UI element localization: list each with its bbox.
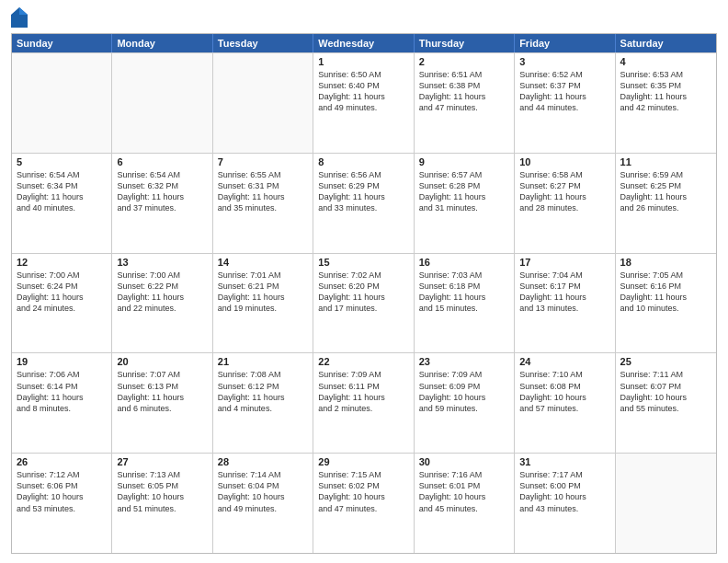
calendar-header: SundayMondayTuesdayWednesdayThursdayFrid…	[12, 34, 716, 52]
day-number: 2	[419, 56, 509, 67]
week-row-5: 26Sunrise: 7:12 AM Sunset: 6:06 PM Dayli…	[12, 453, 716, 553]
week-row-1: 1Sunrise: 6:50 AM Sunset: 6:40 PM Daylig…	[12, 52, 716, 153]
day-info: Sunrise: 7:05 AM Sunset: 6:16 PM Dayligh…	[620, 270, 711, 315]
day-number: 1	[318, 56, 408, 67]
header	[11, 9, 717, 28]
day-number: 26	[17, 456, 107, 467]
day-info: Sunrise: 7:13 AM Sunset: 6:05 PM Dayligh…	[117, 469, 207, 514]
week-row-4: 19Sunrise: 7:06 AM Sunset: 6:14 PM Dayli…	[12, 352, 716, 453]
day-info: Sunrise: 7:06 AM Sunset: 6:14 PM Dayligh…	[17, 369, 107, 414]
day-cell-18: 18Sunrise: 7:05 AM Sunset: 6:16 PM Dayli…	[616, 254, 716, 353]
day-cell-16: 16Sunrise: 7:03 AM Sunset: 6:18 PM Dayli…	[415, 254, 515, 353]
day-info: Sunrise: 7:03 AM Sunset: 6:18 PM Dayligh…	[419, 270, 509, 315]
header-day-thursday: Thursday	[415, 34, 515, 52]
day-info: Sunrise: 7:08 AM Sunset: 6:12 PM Dayligh…	[218, 369, 308, 414]
day-info: Sunrise: 7:10 AM Sunset: 6:08 PM Dayligh…	[519, 369, 609, 414]
day-cell-20: 20Sunrise: 7:07 AM Sunset: 6:13 PM Dayli…	[112, 353, 212, 453]
calendar-body: 1Sunrise: 6:50 AM Sunset: 6:40 PM Daylig…	[12, 52, 716, 553]
day-info: Sunrise: 6:55 AM Sunset: 6:31 PM Dayligh…	[218, 169, 308, 214]
empty-cell	[12, 53, 112, 153]
day-cell-12: 12Sunrise: 7:00 AM Sunset: 6:24 PM Dayli…	[12, 254, 112, 353]
day-info: Sunrise: 7:17 AM Sunset: 6:00 PM Dayligh…	[519, 469, 609, 514]
day-info: Sunrise: 7:02 AM Sunset: 6:20 PM Dayligh…	[318, 270, 408, 315]
day-cell-23: 23Sunrise: 7:09 AM Sunset: 6:09 PM Dayli…	[415, 353, 515, 453]
day-number: 4	[620, 56, 711, 67]
day-number: 23	[419, 356, 509, 367]
day-info: Sunrise: 6:58 AM Sunset: 6:27 PM Dayligh…	[519, 169, 609, 214]
day-info: Sunrise: 6:54 AM Sunset: 6:32 PM Dayligh…	[117, 169, 207, 214]
day-number: 16	[419, 257, 509, 268]
logo-icon	[11, 7, 28, 28]
day-cell-14: 14Sunrise: 7:01 AM Sunset: 6:21 PM Dayli…	[213, 254, 313, 353]
day-info: Sunrise: 6:52 AM Sunset: 6:37 PM Dayligh…	[519, 69, 609, 114]
day-number: 30	[419, 456, 509, 467]
day-cell-10: 10Sunrise: 6:58 AM Sunset: 6:27 PM Dayli…	[515, 154, 615, 253]
day-number: 29	[318, 456, 408, 467]
day-info: Sunrise: 6:51 AM Sunset: 6:38 PM Dayligh…	[419, 69, 509, 114]
day-number: 8	[318, 156, 408, 167]
day-number: 24	[519, 356, 609, 367]
header-day-tuesday: Tuesday	[213, 34, 313, 52]
day-number: 28	[218, 456, 308, 467]
day-info: Sunrise: 7:04 AM Sunset: 6:17 PM Dayligh…	[519, 270, 609, 315]
day-number: 13	[117, 257, 207, 268]
day-info: Sunrise: 6:57 AM Sunset: 6:28 PM Dayligh…	[419, 169, 509, 214]
day-cell-31: 31Sunrise: 7:17 AM Sunset: 6:00 PM Dayli…	[515, 454, 615, 553]
day-number: 15	[318, 257, 408, 268]
header-day-saturday: Saturday	[616, 34, 716, 52]
header-day-monday: Monday	[112, 34, 212, 52]
day-info: Sunrise: 6:53 AM Sunset: 6:35 PM Dayligh…	[620, 69, 711, 114]
day-cell-30: 30Sunrise: 7:16 AM Sunset: 6:01 PM Dayli…	[415, 454, 515, 553]
calendar: SundayMondayTuesdayWednesdayThursdayFrid…	[11, 33, 717, 554]
day-cell-21: 21Sunrise: 7:08 AM Sunset: 6:12 PM Dayli…	[213, 353, 313, 453]
day-info: Sunrise: 7:14 AM Sunset: 6:04 PM Dayligh…	[218, 469, 308, 514]
day-cell-7: 7Sunrise: 6:55 AM Sunset: 6:31 PM Daylig…	[213, 154, 313, 253]
day-info: Sunrise: 7:09 AM Sunset: 6:09 PM Dayligh…	[419, 369, 509, 414]
day-number: 31	[519, 456, 609, 467]
day-cell-13: 13Sunrise: 7:00 AM Sunset: 6:22 PM Dayli…	[112, 254, 212, 353]
day-cell-24: 24Sunrise: 7:10 AM Sunset: 6:08 PM Dayli…	[515, 353, 615, 453]
day-cell-27: 27Sunrise: 7:13 AM Sunset: 6:05 PM Dayli…	[112, 454, 212, 553]
day-number: 27	[117, 456, 207, 467]
day-cell-6: 6Sunrise: 6:54 AM Sunset: 6:32 PM Daylig…	[112, 154, 212, 253]
empty-cell	[616, 454, 716, 553]
day-info: Sunrise: 7:16 AM Sunset: 6:01 PM Dayligh…	[419, 469, 509, 514]
day-cell-8: 8Sunrise: 6:56 AM Sunset: 6:29 PM Daylig…	[313, 154, 414, 253]
day-number: 21	[218, 356, 308, 367]
day-info: Sunrise: 7:00 AM Sunset: 6:24 PM Dayligh…	[17, 270, 107, 315]
day-info: Sunrise: 7:12 AM Sunset: 6:06 PM Dayligh…	[17, 469, 107, 514]
header-day-friday: Friday	[515, 34, 615, 52]
empty-cell	[112, 53, 212, 153]
day-cell-4: 4Sunrise: 6:53 AM Sunset: 6:35 PM Daylig…	[616, 53, 716, 153]
day-number: 20	[117, 356, 207, 367]
day-number: 19	[17, 356, 107, 367]
day-info: Sunrise: 7:00 AM Sunset: 6:22 PM Dayligh…	[117, 270, 207, 315]
day-number: 12	[17, 257, 107, 268]
day-info: Sunrise: 6:56 AM Sunset: 6:29 PM Dayligh…	[318, 169, 408, 214]
day-info: Sunrise: 7:09 AM Sunset: 6:11 PM Dayligh…	[318, 369, 408, 414]
day-cell-1: 1Sunrise: 6:50 AM Sunset: 6:40 PM Daylig…	[313, 53, 414, 153]
day-cell-28: 28Sunrise: 7:14 AM Sunset: 6:04 PM Dayli…	[213, 454, 313, 553]
header-day-sunday: Sunday	[12, 34, 112, 52]
week-row-3: 12Sunrise: 7:00 AM Sunset: 6:24 PM Dayli…	[12, 253, 716, 353]
svg-marker-1	[19, 7, 28, 15]
day-cell-5: 5Sunrise: 6:54 AM Sunset: 6:34 PM Daylig…	[12, 154, 112, 253]
header-day-wednesday: Wednesday	[313, 34, 414, 52]
day-number: 25	[620, 356, 711, 367]
day-cell-19: 19Sunrise: 7:06 AM Sunset: 6:14 PM Dayli…	[12, 353, 112, 453]
day-number: 7	[218, 156, 308, 167]
day-cell-26: 26Sunrise: 7:12 AM Sunset: 6:06 PM Dayli…	[12, 454, 112, 553]
day-number: 14	[218, 257, 308, 268]
day-cell-11: 11Sunrise: 6:59 AM Sunset: 6:25 PM Dayli…	[616, 154, 716, 253]
day-info: Sunrise: 6:59 AM Sunset: 6:25 PM Dayligh…	[620, 169, 711, 214]
day-number: 3	[519, 56, 609, 67]
day-number: 10	[519, 156, 609, 167]
day-cell-15: 15Sunrise: 7:02 AM Sunset: 6:20 PM Dayli…	[313, 254, 414, 353]
day-info: Sunrise: 7:11 AM Sunset: 6:07 PM Dayligh…	[620, 369, 711, 414]
day-number: 22	[318, 356, 408, 367]
day-info: Sunrise: 7:01 AM Sunset: 6:21 PM Dayligh…	[218, 270, 308, 315]
day-info: Sunrise: 7:07 AM Sunset: 6:13 PM Dayligh…	[117, 369, 207, 414]
logo	[11, 9, 29, 28]
day-number: 6	[117, 156, 207, 167]
day-cell-22: 22Sunrise: 7:09 AM Sunset: 6:11 PM Dayli…	[313, 353, 414, 453]
